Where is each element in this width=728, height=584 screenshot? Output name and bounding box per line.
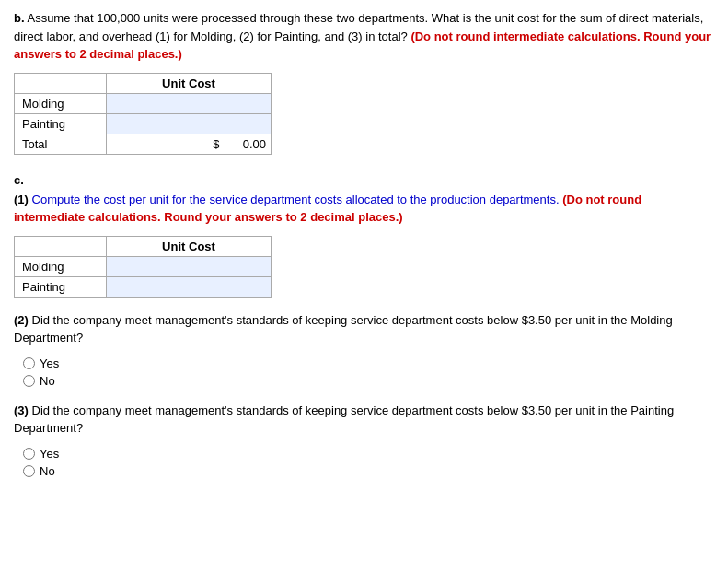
c-table-unitcost-header: Unit Cost bbox=[107, 236, 272, 256]
b-table-label-header bbox=[15, 73, 107, 93]
c-sub3-yes-radio[interactable] bbox=[23, 448, 35, 460]
b-table-unitcost-header: Unit Cost bbox=[107, 73, 272, 93]
section-c-sub3: (3) Did the company meet management's st… bbox=[14, 402, 714, 478]
c-sub3-no-item[interactable]: No bbox=[23, 464, 714, 478]
c-table-label-header bbox=[15, 236, 107, 256]
table-row: Painting bbox=[15, 113, 272, 134]
section-c-sub1: (1) Compute the cost per unit for the se… bbox=[14, 191, 714, 298]
section-c-label: c. bbox=[14, 173, 714, 187]
c-molding-label: Molding bbox=[15, 256, 107, 276]
section-c-sub2-text: (2) Did the company meet management's st… bbox=[14, 311, 714, 347]
table-row: Painting bbox=[15, 276, 272, 297]
table-row: Total $ 0.00 bbox=[15, 134, 272, 154]
c-sub3-yes-item[interactable]: Yes bbox=[23, 447, 714, 461]
b-total-dollar: $ bbox=[213, 137, 219, 151]
b-molding-input[interactable] bbox=[107, 94, 271, 113]
section-b-text: b. Assume that 100,000 units were proces… bbox=[14, 9, 714, 64]
c-sub3-no-label: No bbox=[40, 464, 55, 478]
c-sub1-number: (1) bbox=[14, 193, 29, 206]
b-molding-label: Molding bbox=[15, 93, 107, 113]
section-b-table: Unit Cost Molding Painting Total $ bbox=[14, 73, 272, 155]
section-c-sub2: (2) Did the company meet management's st… bbox=[14, 311, 714, 388]
c-sub2-no-radio[interactable] bbox=[23, 375, 35, 387]
c-sub2-yes-label: Yes bbox=[40, 356, 59, 370]
b-total-label: Total bbox=[15, 134, 107, 154]
c-sub2-no-label: No bbox=[40, 374, 55, 388]
b-total-value: 0.00 bbox=[243, 137, 266, 151]
c-painting-input[interactable] bbox=[107, 277, 271, 297]
b-total-value-cell: $ 0.00 bbox=[107, 134, 272, 154]
section-b-instruction: (Do not round intermediate calculations.… bbox=[14, 29, 711, 62]
c-sub2-yes-radio[interactable] bbox=[23, 357, 35, 369]
c-sub2-yes-item[interactable]: Yes bbox=[23, 356, 714, 370]
b-painting-input-cell[interactable] bbox=[107, 113, 272, 134]
section-c: c. (1) Compute the cost per unit for the… bbox=[14, 173, 714, 478]
c-sub3-number: (3) bbox=[14, 403, 29, 417]
c-molding-input-cell[interactable] bbox=[107, 256, 272, 276]
c-painting-input-cell[interactable] bbox=[107, 276, 272, 297]
table-row: Molding bbox=[15, 256, 272, 276]
section-b-label: b. bbox=[14, 11, 25, 25]
c-sub2-no-item[interactable]: No bbox=[23, 374, 714, 388]
section-c-sub3-text: (3) Did the company meet management's st… bbox=[14, 402, 714, 438]
section-b: b. Assume that 100,000 units were proces… bbox=[14, 9, 714, 155]
c-sub2-number: (2) bbox=[14, 313, 29, 327]
b-molding-input-cell[interactable] bbox=[107, 93, 272, 113]
table-row: Molding bbox=[15, 93, 272, 113]
c-painting-label: Painting bbox=[15, 276, 107, 297]
section-c-sub1-text: (1) Compute the cost per unit for the se… bbox=[14, 191, 714, 227]
b-painting-label: Painting bbox=[15, 113, 107, 134]
c-molding-input[interactable] bbox=[107, 257, 271, 276]
c-sub3-yes-label: Yes bbox=[40, 447, 59, 461]
c-sub1-question: Compute the cost per unit for the servic… bbox=[32, 193, 560, 206]
c-sub3-no-radio[interactable] bbox=[23, 465, 35, 477]
c-sub2-radio-group: Yes No bbox=[23, 356, 714, 388]
section-c-table: Unit Cost Molding Painting bbox=[14, 236, 272, 298]
b-painting-input[interactable] bbox=[107, 114, 271, 134]
c-sub3-radio-group: Yes No bbox=[23, 447, 714, 478]
